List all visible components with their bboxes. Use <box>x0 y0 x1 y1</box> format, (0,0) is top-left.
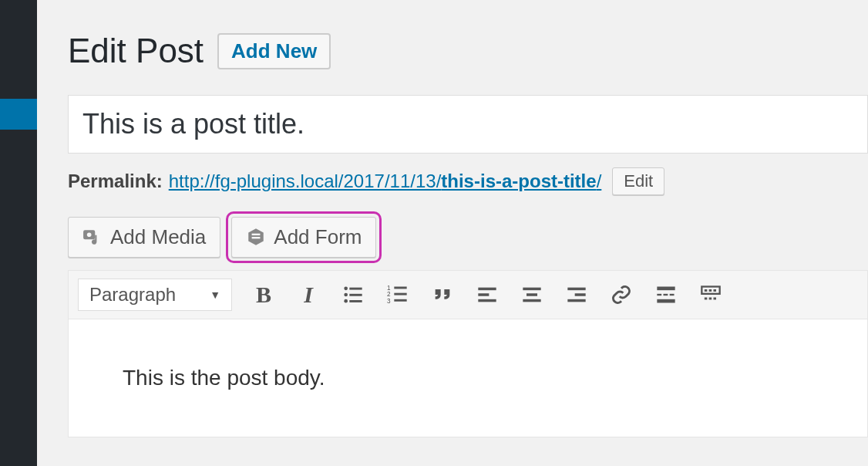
svg-rect-34 <box>705 297 708 299</box>
svg-rect-15 <box>394 299 406 302</box>
form-badge-icon <box>246 227 266 247</box>
svg-point-8 <box>344 299 348 303</box>
svg-rect-16 <box>478 287 496 290</box>
camera-music-icon <box>82 227 103 247</box>
bold-button[interactable]: B <box>251 282 277 308</box>
svg-rect-3 <box>252 237 261 238</box>
svg-rect-20 <box>527 293 537 296</box>
sidebar-active-indicator <box>0 99 37 130</box>
admin-sidebar <box>0 0 37 466</box>
svg-rect-36 <box>714 297 717 299</box>
svg-rect-11 <box>394 286 406 289</box>
editor-body[interactable]: This is the post body. <box>69 319 867 437</box>
svg-rect-24 <box>567 299 585 302</box>
bulleted-list-button[interactable] <box>340 282 366 308</box>
svg-rect-26 <box>657 294 661 295</box>
svg-rect-5 <box>349 287 362 289</box>
svg-point-6 <box>344 292 348 296</box>
svg-rect-22 <box>567 287 585 290</box>
link-button[interactable] <box>608 282 634 308</box>
chevron-down-icon: ▼ <box>210 289 220 301</box>
editor-body-text: This is the post body. <box>123 366 325 390</box>
italic-button[interactable]: I <box>295 282 321 308</box>
align-right-button[interactable] <box>564 282 590 308</box>
main-content: Edit Post Add New Permalink: http://fg-p… <box>37 0 868 466</box>
svg-rect-2 <box>252 234 261 235</box>
add-form-label: Add Form <box>274 225 362 249</box>
blockquote-button[interactable] <box>429 282 456 308</box>
svg-rect-29 <box>657 299 675 303</box>
editor-toolbar: Paragraph ▼ B I 123 <box>69 271 867 319</box>
svg-rect-17 <box>478 293 489 296</box>
align-left-button[interactable] <box>474 282 500 308</box>
add-form-button[interactable]: Add Form <box>231 217 376 258</box>
format-select[interactable]: Paragraph ▼ <box>78 279 232 311</box>
permalink-edit-button[interactable]: Edit <box>612 167 664 195</box>
align-center-button[interactable] <box>519 282 545 308</box>
svg-rect-21 <box>523 299 540 302</box>
svg-point-1 <box>87 233 92 238</box>
add-media-label: Add Media <box>110 225 206 249</box>
svg-text:3: 3 <box>387 297 391 304</box>
post-title-input[interactable] <box>68 95 868 154</box>
heading-row: Edit Post Add New <box>68 31 868 72</box>
svg-rect-7 <box>349 294 362 296</box>
editor: Paragraph ▼ B I 123 <box>68 270 868 437</box>
permalink-trail: / <box>597 171 602 191</box>
page-title: Edit Post <box>68 31 204 72</box>
svg-rect-32 <box>709 289 712 292</box>
svg-point-4 <box>344 286 348 290</box>
permalink-row: Permalink: http://fg-plugins.local/2017/… <box>68 167 868 195</box>
permalink-label: Permalink: <box>68 171 163 192</box>
read-more-button[interactable] <box>653 282 679 308</box>
add-media-button[interactable]: Add Media <box>68 217 220 258</box>
permalink-base: http://fg-plugins.local/2017/11/13/ <box>169 171 442 191</box>
svg-rect-18 <box>478 299 496 302</box>
svg-rect-23 <box>575 293 586 296</box>
add-new-button[interactable]: Add New <box>217 33 331 69</box>
svg-rect-28 <box>670 294 675 295</box>
media-buttons-row: Add Media Add Form <box>68 217 868 258</box>
format-select-value: Paragraph <box>89 284 176 306</box>
permalink-slug: this-is-a-post-title <box>441 171 596 191</box>
svg-rect-35 <box>709 297 712 299</box>
svg-rect-25 <box>657 286 675 290</box>
svg-rect-19 <box>523 287 540 290</box>
svg-rect-31 <box>705 289 708 292</box>
permalink-url[interactable]: http://fg-plugins.local/2017/11/13/this-… <box>169 171 602 192</box>
toolbar-toggle-button[interactable] <box>698 282 724 308</box>
svg-rect-9 <box>349 300 362 302</box>
svg-rect-13 <box>394 292 406 295</box>
svg-rect-33 <box>714 289 717 292</box>
numbered-list-button[interactable]: 123 <box>385 282 411 308</box>
svg-rect-27 <box>664 294 668 295</box>
